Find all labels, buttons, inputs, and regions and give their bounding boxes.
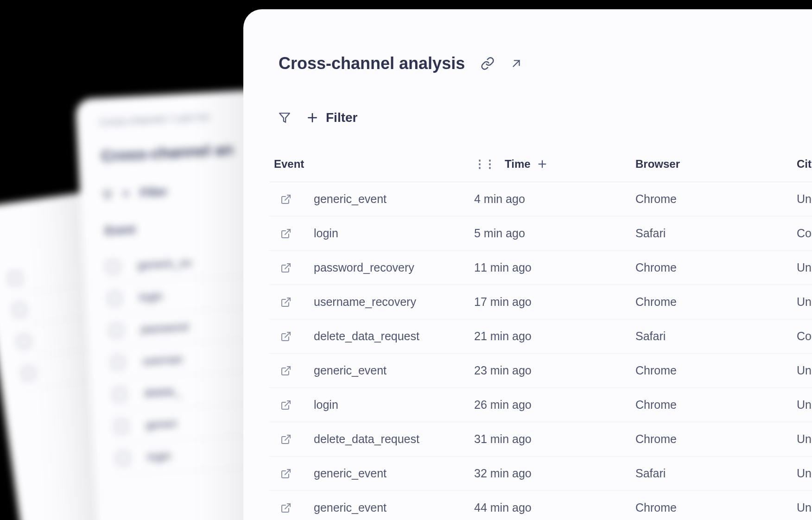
table-row[interactable]: login26 min agoChromeUn [269, 388, 812, 422]
column-time-label: Time [505, 158, 531, 171]
table-row[interactable]: generic_event4 min agoChromeUn [269, 182, 812, 216]
svg-line-10 [285, 332, 290, 337]
analysis-card: Cross-channel analysis Filter [243, 9, 812, 520]
event-name: generic_event [314, 192, 387, 206]
drag-handle-icon[interactable]: ⋮⋮ [474, 158, 495, 171]
page-title: Cross-channel analysis [279, 54, 465, 73]
event-time: 11 min ago [474, 261, 635, 274]
event-city: Un [797, 501, 812, 514]
event-name: username_recovery [314, 295, 416, 309]
event-city: Co [797, 227, 812, 240]
svg-line-12 [285, 401, 290, 406]
svg-line-15 [285, 504, 290, 509]
event-time: 17 min ago [474, 295, 635, 309]
event-name: login [314, 227, 338, 240]
svg-line-0 [514, 61, 520, 67]
external-link-icon[interactable] [280, 297, 292, 308]
event-city: Un [797, 398, 812, 412]
svg-line-6 [285, 195, 290, 200]
toolbar: Filter [269, 110, 812, 125]
table-row[interactable]: delete_data_request31 min agoChromeUn [269, 422, 812, 457]
event-browser: Chrome [635, 501, 797, 514]
external-link-icon[interactable] [280, 434, 292, 445]
svg-line-11 [285, 367, 290, 372]
event-name: generic_event [314, 364, 387, 377]
link-icon[interactable] [481, 57, 495, 70]
svg-line-9 [285, 298, 290, 303]
event-city: Un [797, 364, 812, 377]
filter-icon[interactable] [279, 112, 291, 124]
event-city: Un [797, 295, 812, 309]
table-row[interactable]: login5 min agoSafariCo [269, 216, 812, 251]
event-time: 21 min ago [474, 330, 635, 343]
event-city: Un [797, 192, 812, 206]
external-link-icon[interactable] [280, 331, 292, 342]
add-column-icon[interactable] [537, 159, 547, 169]
external-link-icon[interactable] [280, 262, 292, 273]
column-time[interactable]: ⋮⋮ Time [474, 158, 635, 171]
event-browser: Safari [635, 330, 797, 343]
open-external-icon[interactable] [510, 57, 522, 70]
table-row[interactable]: generic_event32 min agoSafariUn [269, 457, 812, 491]
table-row[interactable]: username_recovery17 min agoChromeUn [269, 285, 812, 319]
svg-line-8 [285, 264, 290, 269]
add-filter-button[interactable]: Filter [306, 110, 357, 125]
event-name: delete_data_request [314, 330, 419, 343]
event-browser: Chrome [635, 398, 797, 412]
event-browser: Safari [635, 227, 797, 240]
event-time: 23 min ago [474, 364, 635, 377]
event-city: Un [797, 432, 812, 446]
svg-line-14 [285, 469, 290, 475]
event-name: generic_event [314, 467, 387, 480]
column-event[interactable]: Event [269, 158, 474, 171]
event-name: delete_data_request [314, 432, 419, 446]
event-browser: Safari [635, 467, 797, 480]
event-name: login [314, 398, 338, 412]
table-row[interactable]: generic_event44 min agoChromeUn [269, 491, 812, 520]
event-browser: Chrome [635, 432, 797, 446]
event-city: Co [797, 330, 812, 343]
event-city: Un [797, 467, 812, 480]
table-row[interactable]: password_recovery11 min agoChromeUn [269, 251, 812, 285]
column-city[interactable]: Cit [797, 158, 812, 171]
svg-line-13 [285, 435, 290, 440]
external-link-icon[interactable] [280, 502, 292, 514]
event-browser: Chrome [635, 192, 797, 206]
external-link-icon[interactable] [280, 194, 292, 205]
table-row[interactable]: delete_data_request21 min agoSafariCo [269, 319, 812, 354]
event-time: 32 min ago [474, 467, 635, 480]
column-browser[interactable]: Browser [635, 158, 797, 171]
event-browser: Chrome [635, 364, 797, 377]
filter-label: Filter [326, 110, 357, 125]
svg-line-7 [285, 229, 290, 235]
event-name: generic_event [314, 501, 387, 514]
card-header: Cross-channel analysis [269, 54, 812, 73]
event-name: password_recovery [314, 261, 414, 274]
event-time: 5 min ago [474, 227, 635, 240]
table-row[interactable]: generic_event23 min agoChromeUn [269, 354, 812, 388]
svg-marker-1 [279, 113, 290, 122]
table-header: Event ⋮⋮ Time Browser Cit [269, 148, 812, 182]
event-browser: Chrome [635, 261, 797, 274]
event-city: Un [797, 261, 812, 274]
event-time: 31 min ago [474, 432, 635, 446]
event-time: 44 min ago [474, 501, 635, 514]
event-time: 4 min ago [474, 192, 635, 206]
external-link-icon[interactable] [280, 365, 292, 376]
external-link-icon[interactable] [280, 468, 292, 479]
external-link-icon[interactable] [280, 400, 292, 411]
table-body: generic_event4 min agoChromeUnlogin5 min… [269, 182, 812, 520]
event-browser: Chrome [635, 295, 797, 309]
external-link-icon[interactable] [280, 228, 292, 239]
event-time: 26 min ago [474, 398, 635, 412]
